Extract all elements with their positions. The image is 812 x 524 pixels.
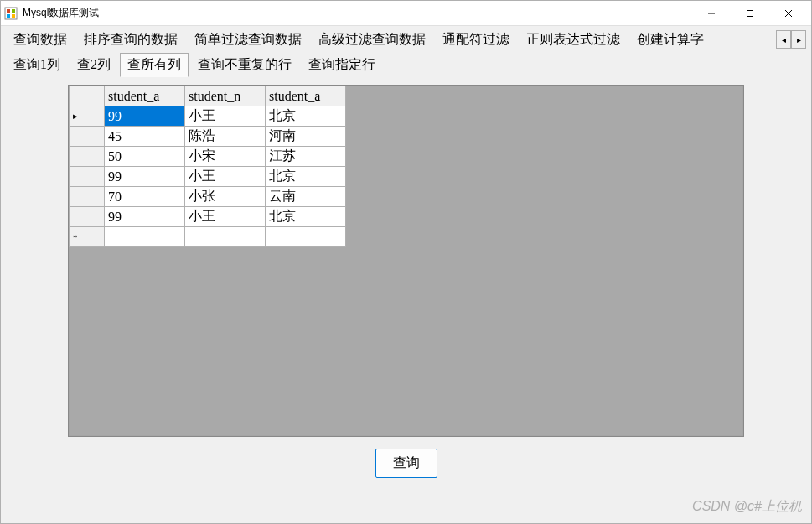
cell[interactable]: 小宋 bbox=[185, 147, 266, 167]
tab-sort-query[interactable]: 排序查询的数据 bbox=[76, 28, 185, 52]
app-window: Mysql数据库测试 查询数据 排序查询的数据 简单过滤查询数据 高级过滤查询数… bbox=[0, 0, 812, 524]
cell[interactable]: 99 bbox=[105, 207, 185, 227]
cell[interactable]: 北京 bbox=[266, 167, 346, 187]
table-row[interactable]: 50 小宋 江苏 bbox=[70, 147, 346, 167]
tab-simple-filter[interactable]: 简单过滤查询数据 bbox=[187, 28, 309, 52]
cell[interactable]: 江苏 bbox=[266, 147, 346, 167]
cell[interactable]: 99 bbox=[105, 167, 185, 187]
table-row-new[interactable]: * bbox=[70, 227, 346, 247]
cell[interactable]: 北京 bbox=[266, 207, 346, 227]
tab-query-distinct[interactable]: 查询不重复的行 bbox=[190, 53, 299, 77]
table-row[interactable]: ▸ 99 小王 北京 bbox=[70, 106, 346, 127]
tab-query-allcol[interactable]: 查所有列 bbox=[120, 53, 189, 77]
svg-rect-3 bbox=[7, 14, 10, 18]
secondary-tab-strip: 查询1列 查2列 查所有列 查询不重复的行 查询指定行 bbox=[1, 51, 811, 76]
tab-advanced-filter[interactable]: 高级过滤查询数据 bbox=[311, 28, 433, 52]
cell[interactable]: 北京 bbox=[266, 106, 346, 127]
cell[interactable]: 陈浩 bbox=[185, 127, 266, 147]
content-area: student_a student_n student_a ▸ 99 小王 北京 bbox=[1, 76, 811, 523]
cell[interactable]: 小王 bbox=[185, 167, 266, 187]
row-header[interactable] bbox=[70, 167, 105, 187]
minimize-button[interactable] bbox=[692, 1, 731, 26]
svg-rect-4 bbox=[12, 14, 15, 18]
table-row[interactable]: 45 陈浩 河南 bbox=[70, 127, 346, 147]
close-button[interactable] bbox=[769, 1, 808, 26]
cell[interactable]: 河南 bbox=[266, 127, 346, 147]
column-header[interactable]: student_a bbox=[105, 86, 185, 106]
cell[interactable]: 小张 bbox=[185, 187, 266, 207]
column-header[interactable]: student_n bbox=[185, 86, 266, 106]
row-header[interactable] bbox=[70, 207, 105, 227]
tab-wildcard-filter[interactable]: 通配符过滤 bbox=[435, 28, 517, 52]
tab-scroll-controls: ◂ ▸ bbox=[776, 30, 806, 49]
svg-rect-2 bbox=[12, 9, 15, 13]
maximize-button[interactable] bbox=[731, 1, 769, 26]
cell[interactable]: 云南 bbox=[266, 187, 346, 207]
primary-tab-strip: 查询数据 排序查询的数据 简单过滤查询数据 高级过滤查询数据 通配符过滤 正则表… bbox=[1, 26, 811, 51]
cell[interactable]: 45 bbox=[105, 127, 185, 147]
column-header[interactable]: student_a bbox=[266, 86, 346, 106]
cell[interactable]: 小王 bbox=[185, 207, 266, 227]
tab-computed-field[interactable]: 创建计算字 bbox=[629, 28, 711, 52]
cell[interactable] bbox=[105, 227, 185, 247]
cell[interactable] bbox=[266, 227, 346, 247]
cell[interactable]: 99 bbox=[105, 106, 185, 127]
tab-query-specific-row[interactable]: 查询指定行 bbox=[301, 53, 383, 77]
tab-regex-filter[interactable]: 正则表达式过滤 bbox=[519, 28, 628, 52]
tab-query-data[interactable]: 查询数据 bbox=[6, 28, 75, 52]
tab-query-2col[interactable]: 查2列 bbox=[70, 53, 118, 77]
table-row[interactable]: 70 小张 云南 bbox=[70, 187, 346, 207]
app-icon bbox=[4, 7, 18, 20]
button-row: 查询 bbox=[9, 437, 803, 478]
table-row[interactable]: 99 小王 北京 bbox=[70, 167, 346, 187]
datagrid[interactable]: student_a student_n student_a ▸ 99 小王 北京 bbox=[69, 86, 346, 247]
row-indicator-current[interactable]: ▸ bbox=[70, 106, 105, 127]
datagrid-container[interactable]: student_a student_n student_a ▸ 99 小王 北京 bbox=[68, 85, 744, 437]
table-row[interactable]: 99 小王 北京 bbox=[70, 207, 346, 227]
query-button[interactable]: 查询 bbox=[375, 449, 437, 478]
tab-scroll-left[interactable]: ◂ bbox=[776, 30, 791, 49]
svg-rect-6 bbox=[747, 10, 753, 16]
titlebar: Mysql数据库测试 bbox=[1, 1, 811, 26]
row-header[interactable] bbox=[70, 187, 105, 207]
window-title: Mysql数据库测试 bbox=[23, 6, 692, 20]
svg-rect-1 bbox=[7, 9, 10, 13]
row-header[interactable] bbox=[70, 127, 105, 147]
row-indicator-new[interactable]: * bbox=[70, 227, 105, 247]
cell[interactable]: 50 bbox=[105, 147, 185, 167]
tab-scroll-right[interactable]: ▸ bbox=[791, 30, 806, 49]
corner-header[interactable] bbox=[70, 86, 105, 106]
cell[interactable]: 小王 bbox=[185, 106, 266, 127]
cell[interactable]: 70 bbox=[105, 187, 185, 207]
window-controls bbox=[692, 1, 808, 26]
tab-query-1col[interactable]: 查询1列 bbox=[6, 53, 68, 77]
row-header[interactable] bbox=[70, 147, 105, 167]
cell[interactable] bbox=[185, 227, 266, 247]
